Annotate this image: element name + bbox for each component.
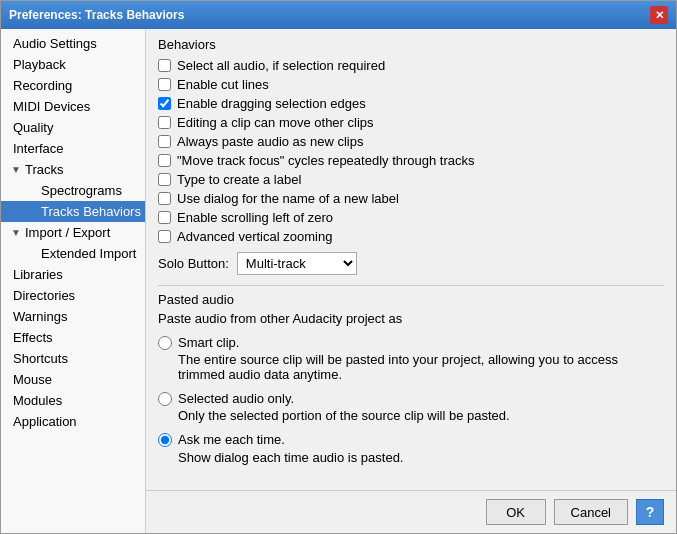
radio-label-smart-clip: Smart clip.: [178, 334, 664, 352]
radio-group-paste: Smart clip. The entire source clip will …: [158, 334, 664, 465]
checkbox-row-cut-lines: Enable cut lines: [158, 77, 664, 92]
sidebar-item-shortcuts[interactable]: Shortcuts: [1, 348, 145, 369]
checkbox-label-advanced-zooming: Advanced vertical zooming: [177, 229, 332, 244]
sidebar-group-import-export[interactable]: ▼ Import / Export: [1, 222, 145, 243]
checkbox-use-dialog[interactable]: [158, 192, 171, 205]
radio-row-ask-me: Ask me each time. Show dialog each time …: [158, 431, 664, 464]
sidebar-import-export-label: Import / Export: [25, 225, 110, 240]
checkbox-row-always-paste: Always paste audio as new clips: [158, 134, 664, 149]
radio-label-ask-me: Ask me each time.: [178, 431, 403, 449]
pasted-audio-title: Pasted audio: [158, 292, 664, 307]
pasted-audio-subtitle: Paste audio from other Audacity project …: [158, 311, 664, 326]
sidebar-tracks-label: Tracks: [25, 162, 64, 177]
ok-button[interactable]: OK: [486, 499, 546, 525]
sidebar: Audio Settings Playback Recording MIDI D…: [1, 29, 146, 533]
radio-selected-audio-only[interactable]: [158, 392, 172, 406]
content-area: Audio Settings Playback Recording MIDI D…: [1, 29, 676, 533]
main-panel: Behaviors Select all audio, if selection…: [146, 29, 676, 533]
solo-row: Solo Button: Multi-track Simple None: [158, 252, 664, 275]
sidebar-item-midi-devices[interactable]: MIDI Devices: [1, 96, 145, 117]
sidebar-item-interface[interactable]: Interface: [1, 138, 145, 159]
sidebar-item-directories[interactable]: Directories: [1, 285, 145, 306]
radio-smart-clip[interactable]: [158, 336, 172, 350]
sidebar-item-tracks-behaviors[interactable]: Tracks Behaviors: [1, 201, 145, 222]
sidebar-item-spectrograms[interactable]: Spectrograms: [1, 180, 145, 201]
sidebar-item-extended-import[interactable]: Extended Import: [1, 243, 145, 264]
solo-label: Solo Button:: [158, 256, 229, 271]
radio-ask-me[interactable]: [158, 433, 172, 447]
checkbox-row-select-all: Select all audio, if selection required: [158, 58, 664, 73]
pasted-audio-section: Pasted audio Paste audio from other Auda…: [158, 285, 664, 465]
checkbox-editing-clip[interactable]: [158, 116, 171, 129]
checkbox-type-to-create[interactable]: [158, 173, 171, 186]
solo-select[interactable]: Multi-track Simple None: [237, 252, 357, 275]
sidebar-item-effects[interactable]: Effects: [1, 327, 145, 348]
sidebar-group-tracks[interactable]: ▼ Tracks: [1, 159, 145, 180]
radio-row-selected-only: Selected audio only. Only the selected p…: [158, 390, 664, 423]
checkbox-label-enable-scrolling: Enable scrolling left of zero: [177, 210, 333, 225]
sidebar-item-audio-settings[interactable]: Audio Settings: [1, 33, 145, 54]
checkbox-move-track-focus[interactable]: [158, 154, 171, 167]
sidebar-item-mouse[interactable]: Mouse: [1, 369, 145, 390]
behaviors-area: Behaviors Select all audio, if selection…: [146, 29, 676, 490]
checkbox-label-move-track-focus: "Move track focus" cycles repeatedly thr…: [177, 153, 475, 168]
expand-import-icon: ▼: [9, 226, 23, 240]
checkbox-enable-scrolling[interactable]: [158, 211, 171, 224]
sidebar-item-quality[interactable]: Quality: [1, 117, 145, 138]
behaviors-title: Behaviors: [158, 37, 664, 52]
sidebar-item-playback[interactable]: Playback: [1, 54, 145, 75]
title-bar: Preferences: Tracks Behaviors ✕: [1, 1, 676, 29]
close-button[interactable]: ✕: [650, 6, 668, 24]
checkbox-row-dragging: Enable dragging selection edges: [158, 96, 664, 111]
cancel-button[interactable]: Cancel: [554, 499, 628, 525]
checkbox-row-editing-clip: Editing a clip can move other clips: [158, 115, 664, 130]
checkbox-enable-dragging[interactable]: [158, 97, 171, 110]
radio-text-selected-only: Selected audio only. Only the selected p…: [178, 390, 510, 423]
checkbox-enable-cut-lines[interactable]: [158, 78, 171, 91]
checkbox-row-use-dialog: Use dialog for the name of a new label: [158, 191, 664, 206]
checkbox-label-type-to-create: Type to create a label: [177, 172, 301, 187]
radio-desc-smart-clip: The entire source clip will be pasted in…: [178, 352, 664, 382]
checkbox-label-cut-lines: Enable cut lines: [177, 77, 269, 92]
radio-desc-selected-only: Only the selected portion of the source …: [178, 408, 510, 423]
help-button[interactable]: ?: [636, 499, 664, 525]
bottom-bar: OK Cancel ?: [146, 490, 676, 533]
radio-desc-ask-me: Show dialog each time audio is pasted.: [178, 450, 403, 465]
checkbox-label-dragging: Enable dragging selection edges: [177, 96, 366, 111]
checkbox-label-editing-clip: Editing a clip can move other clips: [177, 115, 374, 130]
sidebar-item-application[interactable]: Application: [1, 411, 145, 432]
expand-tracks-icon: ▼: [9, 163, 23, 177]
checkbox-label-select-all-audio: Select all audio, if selection required: [177, 58, 385, 73]
checkbox-row-advanced-zooming: Advanced vertical zooming: [158, 229, 664, 244]
sidebar-item-warnings[interactable]: Warnings: [1, 306, 145, 327]
checkbox-select-all-audio[interactable]: [158, 59, 171, 72]
checkbox-always-paste[interactable]: [158, 135, 171, 148]
preferences-window: Preferences: Tracks Behaviors ✕ Audio Se…: [0, 0, 677, 534]
checkbox-label-use-dialog: Use dialog for the name of a new label: [177, 191, 399, 206]
checkbox-row-enable-scrolling: Enable scrolling left of zero: [158, 210, 664, 225]
radio-text-ask-me: Ask me each time. Show dialog each time …: [178, 431, 403, 464]
checkbox-row-move-track-focus: "Move track focus" cycles repeatedly thr…: [158, 153, 664, 168]
radio-row-smart-clip: Smart clip. The entire source clip will …: [158, 334, 664, 382]
checkbox-advanced-zooming[interactable]: [158, 230, 171, 243]
checkbox-row-type-to-create: Type to create a label: [158, 172, 664, 187]
sidebar-item-recording[interactable]: Recording: [1, 75, 145, 96]
sidebar-item-libraries[interactable]: Libraries: [1, 264, 145, 285]
sidebar-item-modules[interactable]: Modules: [1, 390, 145, 411]
window-title: Preferences: Tracks Behaviors: [9, 8, 184, 22]
checkbox-label-always-paste: Always paste audio as new clips: [177, 134, 363, 149]
radio-text-smart-clip: Smart clip. The entire source clip will …: [178, 334, 664, 382]
radio-label-selected-only: Selected audio only.: [178, 390, 510, 408]
